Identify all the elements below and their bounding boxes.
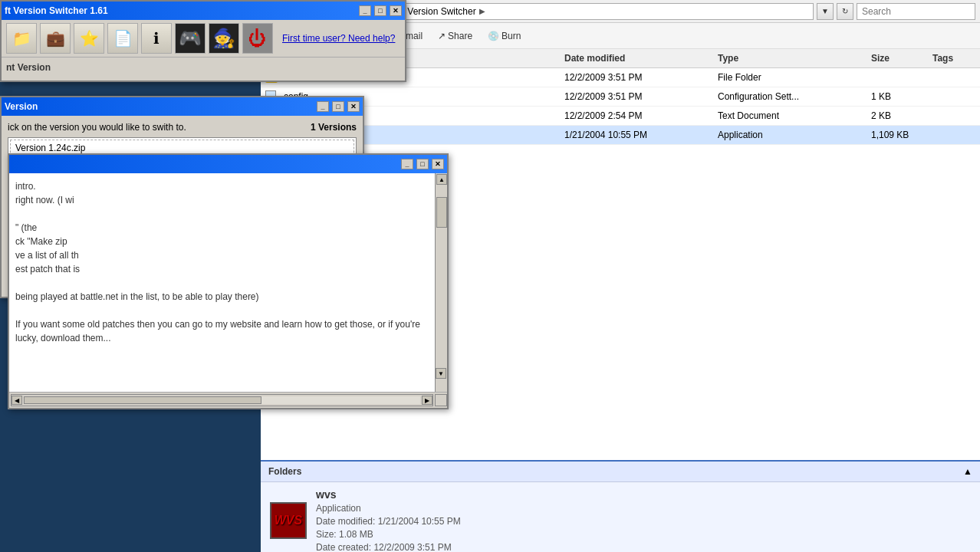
preview-type: Application: [316, 503, 461, 514]
preview-panel: Folders ▲ WVS wvs Application Date modif…: [261, 460, 980, 552]
share-label: Share: [448, 31, 472, 41]
preview-date-created: Date created: 12/2/2009 3:51 PM: [316, 542, 461, 552]
file-tags: [929, 95, 975, 98]
intro-text: intro. right now. (I wi " (the ck "Make …: [9, 173, 447, 380]
intro-titlebar: _ □ ✕: [9, 155, 447, 173]
preview-app-icon: WVS: [270, 502, 307, 539]
file-size: [868, 76, 929, 79]
burn-label: Burn: [502, 31, 521, 41]
dialog-minimize-btn[interactable]: _: [317, 101, 329, 112]
collapse-icon[interactable]: ▲: [963, 466, 972, 477]
intro-line1: intro.: [15, 179, 441, 193]
close-button[interactable]: ✕: [390, 5, 402, 16]
intro-popup: _ □ ✕ intro. right now. (I wi " (the ck …: [8, 153, 449, 409]
dialog-title: Version: [5, 101, 314, 112]
file-type: File Folder: [715, 71, 868, 84]
scroll-up-btn[interactable]: ▲: [436, 174, 447, 185]
intro-footer: ◀ ▶: [9, 392, 447, 408]
table-row[interactable]: W wvs 1/21/2004 10:55 PM Application 1,1…: [261, 126, 980, 145]
table-row[interactable]: ≡ guide 12/2/2009 2:54 PM Text Document …: [261, 107, 980, 126]
main-window-title: ft Version Switcher 1.61: [5, 5, 356, 16]
col-date[interactable]: Date modified: [561, 51, 715, 65]
burn-button[interactable]: 💿 Burn: [481, 26, 528, 46]
folder-open-icon: 📁: [12, 29, 31, 48]
warcraft-icon: 🎮: [179, 28, 202, 49]
file-size: 1,109 KB: [868, 128, 929, 142]
dropdown-btn[interactable]: ▼: [817, 3, 834, 20]
version-instruction: ick on the version you would like to swi…: [8, 122, 186, 133]
col-tags[interactable]: Tags: [929, 51, 975, 65]
hscroll-right-btn[interactable]: ▶: [422, 396, 432, 405]
hscroll-thumb[interactable]: [24, 396, 261, 404]
col-size[interactable]: Size: [868, 51, 929, 65]
pack-icon: 💼: [46, 29, 65, 48]
file-date: 12/2/2009 3:51 PM: [561, 71, 715, 84]
toolbar-btn-star[interactable]: ⭐: [74, 23, 104, 54]
share-button[interactable]: ↗ Share: [431, 26, 479, 46]
version-header: ick on the version you would like to swi…: [8, 122, 357, 133]
maximize-button[interactable]: □: [374, 5, 386, 16]
intro-line3: " (the: [15, 221, 441, 235]
version-item-label: Version 1.24c.zip: [15, 143, 85, 153]
preview-filename: wvs: [316, 488, 461, 501]
toolbar-btn-folder[interactable]: 📁: [6, 23, 37, 54]
hscroll-track: [24, 396, 420, 404]
file-date: 12/2/2009 2:54 PM: [561, 109, 715, 123]
toolbar-btn-portrait[interactable]: 🧙: [209, 23, 239, 54]
minimize-button[interactable]: _: [359, 5, 371, 16]
file-date: 1/21/2004 10:55 PM: [561, 128, 715, 142]
file-type: Configuration Sett...: [715, 90, 868, 104]
share-icon: ↗: [438, 31, 446, 41]
col-type[interactable]: Type: [715, 51, 868, 65]
file-type: Application: [715, 128, 868, 142]
intro-line2: right now. (I wi: [15, 193, 441, 207]
intro-close-btn[interactable]: ✕: [432, 159, 444, 169]
toolbar-btn-info[interactable]: ℹ: [141, 23, 172, 54]
intro-maximize-btn[interactable]: □: [416, 159, 429, 169]
intro-scrollbar[interactable]: ▲ ▼: [435, 173, 447, 392]
intro-line5: ve a list of all th: [15, 248, 441, 262]
toolbar-btn-power[interactable]: ⏻: [242, 23, 273, 54]
file-date: 12/2/2009 3:51 PM: [561, 90, 715, 104]
intro-body: intro. right now. (I wi " (the ck "Make …: [9, 173, 447, 392]
power-icon: ⏻: [248, 28, 267, 49]
scroll-down-btn[interactable]: ▼: [436, 368, 446, 379]
preview-date-modified: Date modified: 1/21/2004 10:55 PM: [316, 516, 461, 527]
toolbar-btn-pack[interactable]: 💼: [40, 23, 71, 54]
main-toolbar: 📁 💼 ⭐ 📄 ℹ 🎮 🧙 ⏻ First time user? Need he…: [2, 20, 405, 58]
burn-icon: 💿: [488, 31, 499, 41]
refresh-btn[interactable]: ↻: [837, 3, 853, 20]
preview-content: WVS wvs Application Date modified: 1/21/…: [261, 482, 980, 552]
star-icon: ⭐: [80, 29, 99, 48]
toolbar-btn-warcraft[interactable]: 🎮: [175, 23, 206, 54]
help-link[interactable]: First time user? Need help?: [282, 33, 395, 44]
scroll-thumb[interactable]: [436, 197, 447, 228]
intro-minimize-btn[interactable]: _: [401, 159, 413, 169]
file-tags: [929, 76, 975, 79]
wvs-logo-text: WVS: [275, 514, 302, 527]
search-input[interactable]: [857, 3, 975, 20]
file-tags: [929, 114, 975, 117]
main-window-titlebar: ft Version Switcher 1.61 _ □ ✕: [2, 2, 405, 20]
intro-line7: being played at battle.net in the list, …: [15, 290, 441, 304]
wvs-section-title: nt Version: [6, 62, 400, 73]
intro-line4: ck "Make zip: [15, 235, 441, 248]
breadcrumb-arrow2: ▶: [479, 7, 485, 15]
dialog-close-btn[interactable]: ✕: [347, 101, 360, 112]
wvs-main-window: ft Version Switcher 1.61 _ □ ✕ 📁 💼 ⭐ 📄 ℹ…: [0, 0, 406, 82]
dialog-titlebar: Version _ □ ✕: [2, 97, 363, 116]
wvs-body: nt Version: [2, 58, 405, 80]
preview-header: Folders ▲: [261, 462, 980, 482]
file-size: 1 KB: [868, 90, 929, 104]
versions-count: 1 Versions: [311, 122, 357, 133]
scroll-corner: [435, 394, 447, 406]
intro-line6: est patch that is: [15, 262, 441, 276]
toolbar-btn-doc[interactable]: 📄: [107, 23, 138, 54]
file-tags: [929, 133, 975, 136]
intro-line9: If you want some old patches then you ca…: [15, 317, 441, 345]
dialog-maximize-btn[interactable]: □: [332, 101, 344, 112]
folders-label: Folders: [268, 466, 301, 477]
horizontal-scrollbar[interactable]: ◀ ▶: [11, 394, 433, 406]
hscroll-left-btn[interactable]: ◀: [12, 396, 22, 405]
table-row[interactable]: ⚙ config 12/2/2009 3:51 PM Configuration…: [261, 87, 980, 107]
